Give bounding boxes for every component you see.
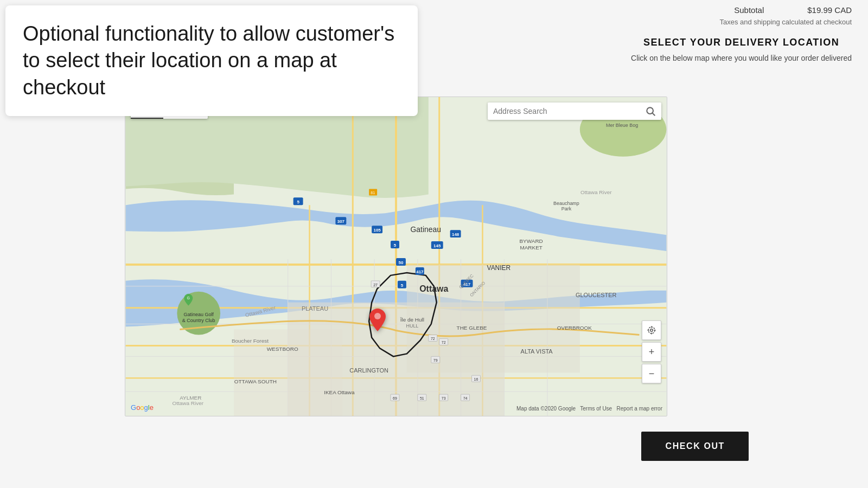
svg-text:51: 51 (420, 396, 424, 400)
svg-text:307: 307 (337, 219, 345, 224)
svg-text:27: 27 (373, 283, 378, 287)
map-controls: + − (642, 320, 661, 383)
checkout-button[interactable]: CHECK OUT (641, 432, 749, 461)
subtotal-label: Subtotal (734, 5, 764, 15)
map-data-text: Map data ©2020 Google (516, 406, 576, 412)
tooltip-text: Optional functionality to allow customer… (23, 21, 400, 101)
zoom-out-button[interactable]: − (642, 364, 661, 383)
svg-text:5: 5 (394, 243, 397, 248)
svg-text:MARKET: MARKET (520, 245, 542, 251)
svg-text:73: 73 (442, 396, 446, 400)
svg-text:79: 79 (433, 358, 438, 362)
tooltip-box: Optional functionality to allow customer… (5, 5, 418, 116)
svg-text:81: 81 (371, 191, 375, 195)
svg-text:74: 74 (463, 396, 468, 400)
svg-text:50: 50 (399, 260, 404, 265)
svg-text:5: 5 (401, 283, 404, 288)
map-pin-icon (369, 309, 386, 331)
svg-text:VANIER: VANIER (487, 264, 511, 272)
svg-text:Ottawa River: Ottawa River (580, 189, 612, 195)
svg-text:OVERBROOK: OVERBROOK (557, 325, 592, 331)
delivery-subtext: Click on the below map where you would l… (631, 54, 852, 62)
subtotal-value: $19.99 CAD (807, 5, 852, 15)
location-button[interactable] (642, 320, 661, 340)
svg-text:THE GLEBE: THE GLEBE (457, 325, 487, 331)
google-logo: Google (131, 403, 154, 412)
svg-text:Boucher Forest: Boucher Forest (232, 338, 269, 344)
search-icon (645, 106, 656, 117)
right-panel: Subtotal $19.99 CAD Taxes and shipping c… (631, 5, 852, 71)
taxes-note: Taxes and shipping calculated at checkou… (631, 18, 852, 26)
map-container[interactable]: 5 307 105 5 50 5 417 145 148 417 81 Gati (125, 97, 667, 416)
svg-text:WESTBORO: WESTBORO (267, 346, 298, 352)
svg-text:& Country Club: & Country Club (182, 318, 215, 323)
svg-text:Gatineau: Gatineau (411, 225, 442, 234)
svg-point-99 (374, 313, 381, 319)
svg-text:105: 105 (373, 228, 381, 233)
svg-text:ALTA VISTA: ALTA VISTA (521, 348, 553, 355)
svg-text:72: 72 (442, 341, 446, 344)
svg-text:145: 145 (433, 243, 441, 248)
report-map-error-link[interactable]: Report a map error (617, 406, 662, 412)
zoom-in-icon: + (649, 346, 655, 358)
svg-text:148: 148 (452, 232, 459, 237)
svg-line-98 (653, 113, 655, 116)
address-search-box[interactable] (488, 102, 661, 120)
svg-text:BYWARD: BYWARD (519, 238, 542, 244)
zoom-in-button[interactable]: + (642, 342, 661, 362)
delivery-heading: SELECT YOUR DELIVERY LOCATION (631, 37, 852, 48)
subtotal-row: Subtotal $19.99 CAD (631, 5, 852, 15)
svg-text:OTTAWA SOUTH: OTTAWA SOUTH (234, 378, 277, 384)
svg-text:CARLINGTON: CARLINGTON (349, 367, 388, 374)
svg-text:Mer Bleue Bog: Mer Bleue Bog (606, 123, 638, 128)
svg-text:Park: Park (561, 206, 572, 211)
svg-text:Ottawa River: Ottawa River (173, 400, 204, 406)
svg-text:Beauchamp: Beauchamp (553, 201, 579, 206)
svg-text:16: 16 (474, 377, 478, 381)
svg-text:417: 417 (416, 269, 424, 274)
svg-text:IKEA Ottawa: IKEA Ottawa (324, 389, 355, 395)
map-background: 5 307 105 5 50 5 417 145 148 417 81 Gati (125, 97, 667, 416)
svg-text:Île de Hull: Île de Hull (400, 317, 424, 323)
svg-point-100 (650, 329, 653, 332)
map-pin[interactable] (369, 309, 386, 333)
svg-text:GLOUCESTER: GLOUCESTER (576, 292, 617, 298)
svg-text:AYLMER: AYLMER (180, 395, 201, 401)
svg-text:Ottawa: Ottawa (419, 284, 448, 293)
svg-text:G: G (187, 296, 190, 300)
map-attribution: Map data ©2020 Google Terms of Use Repor… (516, 406, 662, 412)
address-input[interactable] (493, 107, 645, 115)
svg-text:PLATEAU: PLATEAU (302, 305, 328, 312)
svg-point-101 (648, 327, 655, 333)
svg-point-97 (647, 107, 653, 114)
zoom-out-icon: − (649, 368, 655, 380)
location-icon (647, 325, 656, 335)
svg-text:72: 72 (431, 337, 435, 341)
svg-text:5: 5 (297, 200, 299, 204)
svg-text:Gatineau Golf: Gatineau Golf (184, 312, 214, 317)
svg-text:HULL: HULL (406, 323, 418, 329)
terms-of-use-link[interactable]: Terms of Use (580, 406, 612, 412)
search-button[interactable] (645, 106, 656, 117)
svg-text:69: 69 (393, 396, 397, 400)
